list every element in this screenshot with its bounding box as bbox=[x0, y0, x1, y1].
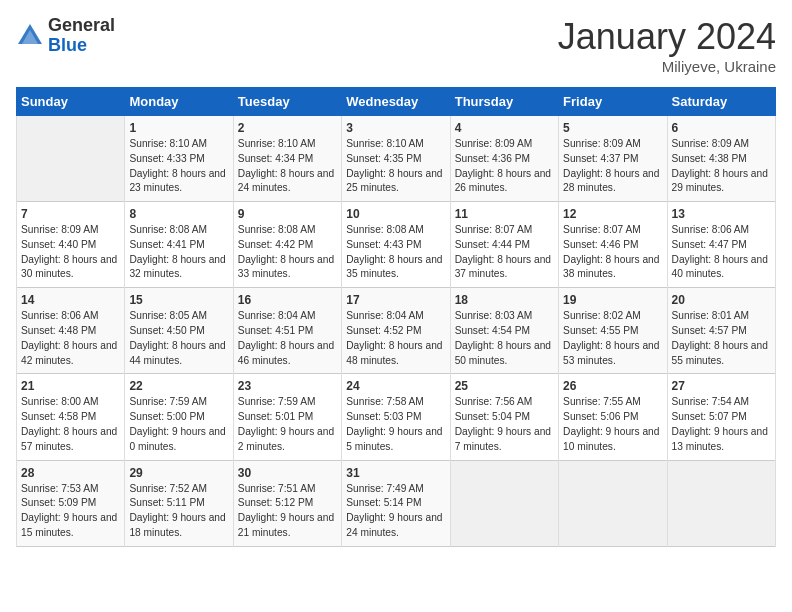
day-cell: 14Sunrise: 8:06 AMSunset: 4:48 PMDayligh… bbox=[17, 288, 125, 374]
day-info: Sunrise: 8:09 AMSunset: 4:36 PMDaylight:… bbox=[455, 137, 554, 196]
day-number: 2 bbox=[238, 121, 337, 135]
day-cell: 26Sunrise: 7:55 AMSunset: 5:06 PMDayligh… bbox=[559, 374, 667, 460]
day-info: Sunrise: 8:08 AMSunset: 4:42 PMDaylight:… bbox=[238, 223, 337, 282]
day-cell: 8Sunrise: 8:08 AMSunset: 4:41 PMDaylight… bbox=[125, 202, 233, 288]
day-info: Sunrise: 8:10 AMSunset: 4:34 PMDaylight:… bbox=[238, 137, 337, 196]
day-number: 22 bbox=[129, 379, 228, 393]
day-number: 5 bbox=[563, 121, 662, 135]
day-number: 29 bbox=[129, 466, 228, 480]
day-info: Sunrise: 7:49 AMSunset: 5:14 PMDaylight:… bbox=[346, 482, 445, 541]
day-info: Sunrise: 7:59 AMSunset: 5:00 PMDaylight:… bbox=[129, 395, 228, 454]
day-cell: 3Sunrise: 8:10 AMSunset: 4:35 PMDaylight… bbox=[342, 116, 450, 202]
col-header-monday: Monday bbox=[125, 88, 233, 116]
day-info: Sunrise: 8:10 AMSunset: 4:35 PMDaylight:… bbox=[346, 137, 445, 196]
day-info: Sunrise: 8:09 AMSunset: 4:38 PMDaylight:… bbox=[672, 137, 771, 196]
day-cell: 19Sunrise: 8:02 AMSunset: 4:55 PMDayligh… bbox=[559, 288, 667, 374]
day-cell: 5Sunrise: 8:09 AMSunset: 4:37 PMDaylight… bbox=[559, 116, 667, 202]
day-cell: 10Sunrise: 8:08 AMSunset: 4:43 PMDayligh… bbox=[342, 202, 450, 288]
title-block: January 2024 Miliyeve, Ukraine bbox=[558, 16, 776, 75]
day-info: Sunrise: 7:55 AMSunset: 5:06 PMDaylight:… bbox=[563, 395, 662, 454]
day-cell bbox=[559, 460, 667, 546]
day-cell: 6Sunrise: 8:09 AMSunset: 4:38 PMDaylight… bbox=[667, 116, 775, 202]
day-info: Sunrise: 8:10 AMSunset: 4:33 PMDaylight:… bbox=[129, 137, 228, 196]
day-number: 23 bbox=[238, 379, 337, 393]
col-header-wednesday: Wednesday bbox=[342, 88, 450, 116]
week-row-3: 14Sunrise: 8:06 AMSunset: 4:48 PMDayligh… bbox=[17, 288, 776, 374]
day-info: Sunrise: 8:03 AMSunset: 4:54 PMDaylight:… bbox=[455, 309, 554, 368]
day-number: 7 bbox=[21, 207, 120, 221]
day-cell: 13Sunrise: 8:06 AMSunset: 4:47 PMDayligh… bbox=[667, 202, 775, 288]
day-number: 25 bbox=[455, 379, 554, 393]
day-cell: 18Sunrise: 8:03 AMSunset: 4:54 PMDayligh… bbox=[450, 288, 558, 374]
day-info: Sunrise: 7:58 AMSunset: 5:03 PMDaylight:… bbox=[346, 395, 445, 454]
day-info: Sunrise: 8:05 AMSunset: 4:50 PMDaylight:… bbox=[129, 309, 228, 368]
month-title: January 2024 bbox=[558, 16, 776, 58]
col-header-saturday: Saturday bbox=[667, 88, 775, 116]
location-subtitle: Miliyeve, Ukraine bbox=[558, 58, 776, 75]
day-number: 31 bbox=[346, 466, 445, 480]
day-number: 11 bbox=[455, 207, 554, 221]
day-number: 15 bbox=[129, 293, 228, 307]
day-info: Sunrise: 7:54 AMSunset: 5:07 PMDaylight:… bbox=[672, 395, 771, 454]
day-info: Sunrise: 8:04 AMSunset: 4:52 PMDaylight:… bbox=[346, 309, 445, 368]
day-number: 9 bbox=[238, 207, 337, 221]
day-cell: 16Sunrise: 8:04 AMSunset: 4:51 PMDayligh… bbox=[233, 288, 341, 374]
calendar-table: SundayMondayTuesdayWednesdayThursdayFrid… bbox=[16, 87, 776, 547]
day-cell: 1Sunrise: 8:10 AMSunset: 4:33 PMDaylight… bbox=[125, 116, 233, 202]
day-info: Sunrise: 8:06 AMSunset: 4:48 PMDaylight:… bbox=[21, 309, 120, 368]
day-info: Sunrise: 8:04 AMSunset: 4:51 PMDaylight:… bbox=[238, 309, 337, 368]
day-number: 27 bbox=[672, 379, 771, 393]
day-cell: 21Sunrise: 8:00 AMSunset: 4:58 PMDayligh… bbox=[17, 374, 125, 460]
day-cell: 9Sunrise: 8:08 AMSunset: 4:42 PMDaylight… bbox=[233, 202, 341, 288]
day-cell: 7Sunrise: 8:09 AMSunset: 4:40 PMDaylight… bbox=[17, 202, 125, 288]
day-info: Sunrise: 7:56 AMSunset: 5:04 PMDaylight:… bbox=[455, 395, 554, 454]
day-info: Sunrise: 8:07 AMSunset: 4:44 PMDaylight:… bbox=[455, 223, 554, 282]
day-number: 20 bbox=[672, 293, 771, 307]
day-info: Sunrise: 8:02 AMSunset: 4:55 PMDaylight:… bbox=[563, 309, 662, 368]
day-cell: 2Sunrise: 8:10 AMSunset: 4:34 PMDaylight… bbox=[233, 116, 341, 202]
day-cell: 12Sunrise: 8:07 AMSunset: 4:46 PMDayligh… bbox=[559, 202, 667, 288]
day-number: 13 bbox=[672, 207, 771, 221]
day-number: 16 bbox=[238, 293, 337, 307]
week-row-5: 28Sunrise: 7:53 AMSunset: 5:09 PMDayligh… bbox=[17, 460, 776, 546]
day-info: Sunrise: 7:53 AMSunset: 5:09 PMDaylight:… bbox=[21, 482, 120, 541]
day-cell: 17Sunrise: 8:04 AMSunset: 4:52 PMDayligh… bbox=[342, 288, 450, 374]
col-header-tuesday: Tuesday bbox=[233, 88, 341, 116]
day-cell: 27Sunrise: 7:54 AMSunset: 5:07 PMDayligh… bbox=[667, 374, 775, 460]
week-row-4: 21Sunrise: 8:00 AMSunset: 4:58 PMDayligh… bbox=[17, 374, 776, 460]
logo: General Blue bbox=[16, 16, 115, 56]
day-cell: 30Sunrise: 7:51 AMSunset: 5:12 PMDayligh… bbox=[233, 460, 341, 546]
day-info: Sunrise: 8:09 AMSunset: 4:40 PMDaylight:… bbox=[21, 223, 120, 282]
day-number: 10 bbox=[346, 207, 445, 221]
day-number: 14 bbox=[21, 293, 120, 307]
day-cell: 15Sunrise: 8:05 AMSunset: 4:50 PMDayligh… bbox=[125, 288, 233, 374]
day-cell: 11Sunrise: 8:07 AMSunset: 4:44 PMDayligh… bbox=[450, 202, 558, 288]
col-header-thursday: Thursday bbox=[450, 88, 558, 116]
day-number: 28 bbox=[21, 466, 120, 480]
day-number: 21 bbox=[21, 379, 120, 393]
week-row-1: 1Sunrise: 8:10 AMSunset: 4:33 PMDaylight… bbox=[17, 116, 776, 202]
day-number: 1 bbox=[129, 121, 228, 135]
col-header-friday: Friday bbox=[559, 88, 667, 116]
day-number: 30 bbox=[238, 466, 337, 480]
day-number: 3 bbox=[346, 121, 445, 135]
day-cell: 28Sunrise: 7:53 AMSunset: 5:09 PMDayligh… bbox=[17, 460, 125, 546]
day-cell: 31Sunrise: 7:49 AMSunset: 5:14 PMDayligh… bbox=[342, 460, 450, 546]
day-cell: 24Sunrise: 7:58 AMSunset: 5:03 PMDayligh… bbox=[342, 374, 450, 460]
logo-general-text: General bbox=[48, 15, 115, 35]
col-header-sunday: Sunday bbox=[17, 88, 125, 116]
day-info: Sunrise: 8:01 AMSunset: 4:57 PMDaylight:… bbox=[672, 309, 771, 368]
day-info: Sunrise: 7:59 AMSunset: 5:01 PMDaylight:… bbox=[238, 395, 337, 454]
day-info: Sunrise: 8:09 AMSunset: 4:37 PMDaylight:… bbox=[563, 137, 662, 196]
day-info: Sunrise: 8:00 AMSunset: 4:58 PMDaylight:… bbox=[21, 395, 120, 454]
day-number: 6 bbox=[672, 121, 771, 135]
day-cell: 4Sunrise: 8:09 AMSunset: 4:36 PMDaylight… bbox=[450, 116, 558, 202]
day-number: 12 bbox=[563, 207, 662, 221]
week-row-2: 7Sunrise: 8:09 AMSunset: 4:40 PMDaylight… bbox=[17, 202, 776, 288]
day-number: 18 bbox=[455, 293, 554, 307]
day-number: 17 bbox=[346, 293, 445, 307]
day-number: 26 bbox=[563, 379, 662, 393]
day-info: Sunrise: 7:52 AMSunset: 5:11 PMDaylight:… bbox=[129, 482, 228, 541]
page-header: General Blue January 2024 Miliyeve, Ukra… bbox=[16, 16, 776, 75]
day-cell: 29Sunrise: 7:52 AMSunset: 5:11 PMDayligh… bbox=[125, 460, 233, 546]
